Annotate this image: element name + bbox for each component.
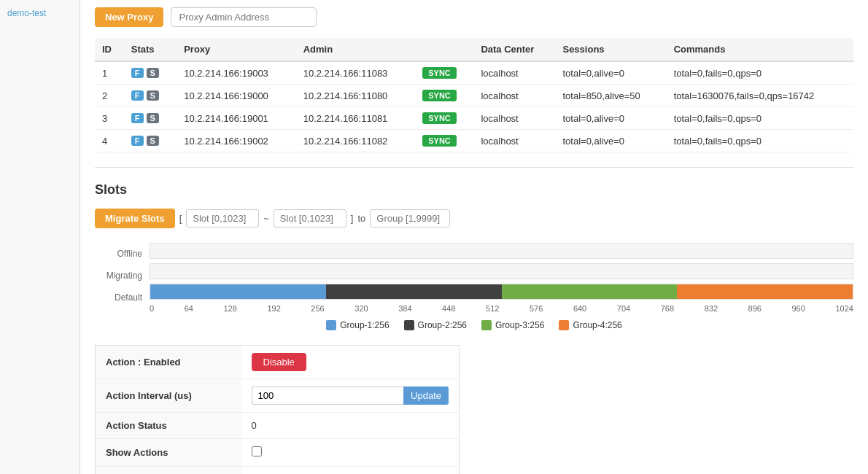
- action-status-row: Action Status 0: [96, 413, 460, 439]
- col-sync: [415, 38, 473, 61]
- cell-sync: SYNC: [415, 107, 473, 130]
- x-tick: 448: [442, 304, 455, 313]
- interval-input[interactable]: [252, 386, 404, 405]
- bracket-close: ]: [351, 213, 354, 224]
- segment-group4: [677, 284, 853, 299]
- cell-admin: 10.2.214.166:11081: [296, 107, 416, 130]
- badge-f: F: [131, 68, 144, 78]
- cell-proxy: 10.2.214.166:19000: [177, 85, 296, 107]
- x-tick: 64: [185, 304, 193, 313]
- y-label-default: Default: [95, 287, 142, 308]
- default-bar-segments: [150, 284, 853, 299]
- y-label-offline: Offline: [95, 243, 142, 265]
- migrate-slots-button[interactable]: Migrate Slots: [95, 209, 175, 228]
- show-actions-label2: Show Actions: [96, 467, 241, 475]
- x-tick: 896: [748, 304, 762, 313]
- cell-sessions: total=0,alive=0: [555, 107, 666, 130]
- show-actions-check2: [241, 467, 460, 475]
- cell-datacenter: localhost: [473, 85, 555, 107]
- slot-to-input[interactable]: [274, 209, 346, 228]
- proxy-admin-input[interactable]: [171, 7, 317, 27]
- cell-admin: 10.2.214.166:11083: [296, 61, 416, 85]
- sidebar-link-demo-test[interactable]: demo-test: [7, 8, 46, 18]
- bar-migrating: [150, 263, 853, 279]
- show-actions-check1: [241, 439, 460, 467]
- slots-title: Slots: [95, 167, 853, 198]
- x-tick: 256: [311, 304, 324, 313]
- cell-datacenter: localhost: [473, 61, 555, 85]
- cell-commands: total=0,fails=0,qps=0: [667, 61, 853, 85]
- action-interval-value: Update: [241, 379, 460, 413]
- x-tick: 576: [530, 304, 543, 313]
- col-commands: Commands: [667, 38, 853, 61]
- x-tick: 512: [486, 304, 499, 313]
- main-content: New Proxy ID Stats Proxy Admin Data Cent…: [80, 0, 868, 474]
- cell-datacenter: localhost: [473, 130, 555, 152]
- group-input[interactable]: [370, 209, 450, 228]
- new-proxy-button[interactable]: New Proxy: [95, 7, 163, 27]
- badge-f: F: [131, 90, 144, 101]
- x-tick: 0: [150, 304, 154, 313]
- bracket-open: [: [179, 213, 182, 224]
- tilde-separator: ~: [263, 213, 269, 224]
- sync-badge: SYNC: [422, 90, 457, 101]
- cell-sessions: total=0,alive=0: [555, 130, 666, 152]
- action-table: Action : Enabled Disable Action Interval…: [95, 345, 460, 474]
- to-label: to: [357, 213, 365, 224]
- col-proxy: Proxy: [177, 38, 296, 61]
- cell-sync: SYNC: [415, 61, 473, 85]
- sidebar: demo-test: [0, 0, 80, 474]
- action-interval-row: Action Interval (us) Update: [96, 379, 460, 413]
- show-actions-checkbox1[interactable]: [252, 446, 262, 456]
- table-row: 3 F S 10.2.214.166:19001 10.2.214.166:11…: [95, 107, 853, 130]
- update-button[interactable]: Update: [403, 386, 449, 405]
- cell-admin: 10.2.214.166:11080: [296, 85, 416, 107]
- sync-badge: SYNC: [422, 67, 457, 79]
- cell-id: 1: [95, 61, 124, 85]
- action-enabled-label: Action : Enabled: [96, 346, 241, 379]
- cell-commands: total=1630076,fails=0,qps=16742: [667, 85, 853, 107]
- action-status-value: 0: [241, 413, 460, 439]
- x-axis: 0641281922563203844485125766407047688328…: [150, 304, 853, 313]
- cell-sessions: total=850,alive=50: [555, 85, 666, 107]
- legend-item: Group-2:256: [404, 320, 467, 330]
- show-actions-row1: Show Actions: [96, 439, 460, 467]
- badge-f: F: [131, 113, 144, 123]
- x-tick: 128: [224, 304, 237, 313]
- bar-default: [150, 284, 853, 300]
- show-actions-row2: Show Actions: [96, 467, 460, 475]
- col-sessions: Sessions: [555, 38, 666, 61]
- badge-f: F: [131, 136, 144, 146]
- disable-button[interactable]: Disable: [252, 353, 306, 371]
- cell-stats: F S: [124, 85, 177, 107]
- slot-from-input[interactable]: [186, 209, 259, 228]
- legend-label: Group-4:256: [573, 320, 621, 330]
- cell-sessions: total=0,alive=0: [555, 61, 666, 85]
- action-enabled-value: Disable: [241, 346, 460, 379]
- cell-sync: SYNC: [415, 130, 473, 152]
- x-tick: 704: [617, 304, 630, 313]
- legend-color: [404, 320, 414, 330]
- badge-s: S: [147, 90, 159, 101]
- x-tick: 640: [573, 304, 586, 313]
- cell-id: 4: [95, 130, 124, 152]
- legend-item: Group-1:256: [326, 320, 389, 330]
- y-label-migrating: Migrating: [95, 265, 142, 287]
- x-tick: 832: [705, 304, 718, 313]
- table-row: 2 F S 10.2.214.166:19000 10.2.214.166:11…: [95, 85, 853, 107]
- show-actions-label1: Show Actions: [96, 439, 241, 467]
- cell-commands: total=0,fails=0,qps=0: [667, 130, 853, 152]
- legend-color: [559, 320, 569, 330]
- slots-controls: Migrate Slots [ ~ ] to: [95, 209, 853, 228]
- legend-color: [326, 320, 336, 330]
- badge-s: S: [147, 68, 159, 78]
- segment-group2: [326, 284, 502, 299]
- proxy-table: ID Stats Proxy Admin Data Center Session…: [95, 38, 853, 152]
- cell-proxy: 10.2.214.166:19003: [177, 61, 296, 85]
- badge-s: S: [147, 113, 159, 123]
- chart-legend: Group-1:256 Group-2:256 Group-3:256 Grou…: [95, 320, 853, 330]
- cell-stats: F S: [124, 61, 177, 85]
- legend-label: Group-2:256: [418, 320, 467, 330]
- cell-proxy: 10.2.214.166:19001: [177, 107, 296, 130]
- cell-id: 2: [95, 85, 124, 107]
